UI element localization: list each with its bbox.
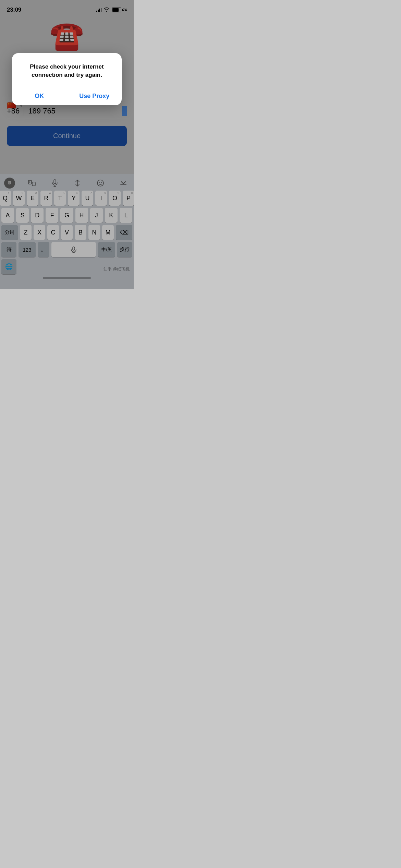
- dialog-overlay: Please check your internet connection an…: [0, 0, 134, 289]
- dialog-buttons: OK Use Proxy: [12, 87, 122, 105]
- alert-dialog: Please check your internet connection an…: [12, 53, 122, 105]
- dialog-message: Please check your internet connection an…: [12, 53, 122, 87]
- ok-button[interactable]: OK: [12, 87, 67, 105]
- use-proxy-button[interactable]: Use Proxy: [67, 87, 122, 105]
